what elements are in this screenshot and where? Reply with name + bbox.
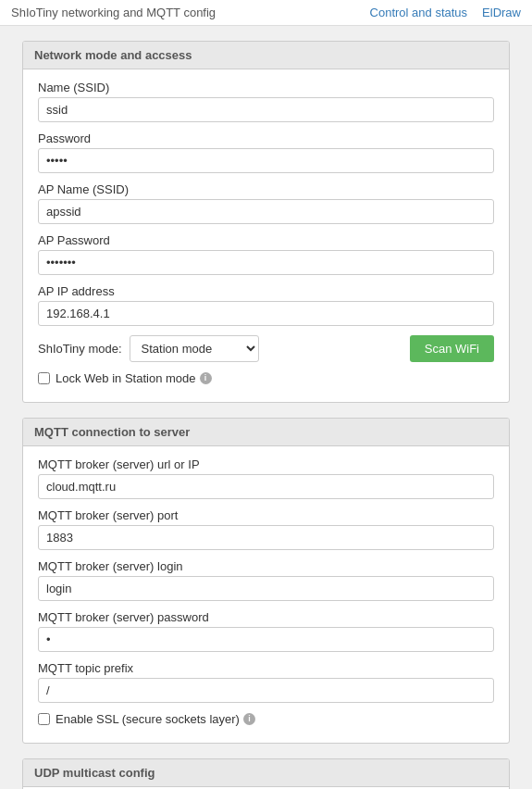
topic-prefix-label: MQTT topic prefix: [38, 661, 494, 675]
broker-port-input[interactable]: [38, 525, 494, 550]
ssl-info-icon[interactable]: i: [243, 713, 255, 725]
app-title: ShIoTiny networking and MQTT config: [11, 6, 216, 19]
udp-section: UDP multicast config UDP multicast group…: [22, 758, 510, 789]
scan-wifi-button[interactable]: Scan WiFi: [410, 335, 494, 362]
network-section-header: Network mode and accsess: [23, 42, 509, 69]
name-ssid-input[interactable]: [38, 97, 494, 122]
ssl-checkbox[interactable]: [38, 713, 50, 725]
lock-web-row: Lock Web in Station mode i: [38, 371, 494, 385]
lock-web-label: Lock Web in Station mode: [56, 371, 196, 385]
lock-web-checkbox[interactable]: [38, 372, 50, 384]
ap-name-input[interactable]: [38, 199, 494, 224]
udp-section-header: UDP multicast config: [23, 759, 509, 787]
broker-password-label: MQTT broker (server) password: [38, 610, 494, 624]
control-status-link[interactable]: Control and status: [370, 6, 468, 19]
ap-ip-input[interactable]: [38, 301, 494, 326]
broker-login-label: MQTT broker (server) login: [38, 559, 494, 573]
top-bar: ShIoTiny networking and MQTT config Cont…: [0, 0, 532, 26]
mode-row: ShIoTiny mode: Station mode AP mode AP+S…: [38, 335, 494, 362]
ap-name-row: AP Name (SSID): [38, 182, 494, 224]
network-section: Network mode and accsess Name (SSID) Pas…: [22, 41, 510, 403]
topic-prefix-row: MQTT topic prefix: [38, 661, 494, 703]
broker-url-input[interactable]: [38, 474, 494, 499]
eldraw-link[interactable]: ElDraw: [482, 6, 521, 19]
mode-select[interactable]: Station mode AP mode AP+Station mode: [130, 335, 259, 362]
main-content: Network mode and accsess Name (SSID) Pas…: [0, 26, 532, 789]
lock-web-info-icon[interactable]: i: [200, 372, 212, 384]
password-row: Password: [38, 132, 494, 173]
broker-url-label: MQTT broker (server) url or IP: [38, 457, 494, 471]
mqtt-section-body: MQTT broker (server) url or IP MQTT brok…: [23, 446, 509, 743]
ap-name-label: AP Name (SSID): [38, 182, 494, 196]
topic-prefix-input[interactable]: [38, 678, 494, 703]
broker-password-input[interactable]: [38, 627, 494, 652]
broker-login-input[interactable]: [38, 576, 494, 601]
top-bar-links: Control and status ElDraw: [370, 6, 521, 19]
broker-login-row: MQTT broker (server) login: [38, 559, 494, 601]
password-label: Password: [38, 132, 494, 145]
password-input[interactable]: [38, 148, 494, 173]
ap-password-input[interactable]: [38, 250, 494, 275]
mode-label: ShIoTiny mode:: [38, 342, 122, 356]
ap-ip-label: AP IP address: [38, 284, 494, 298]
name-ssid-label: Name (SSID): [38, 81, 494, 94]
ap-password-label: AP Password: [38, 233, 494, 247]
broker-url-row: MQTT broker (server) url or IP: [38, 457, 494, 499]
ssl-label: Enable SSL (secure sockets layer): [56, 712, 240, 726]
broker-password-row: MQTT broker (server) password: [38, 610, 494, 652]
ap-ip-row: AP IP address: [38, 284, 494, 326]
mqtt-section-header: MQTT connection to server: [23, 419, 509, 446]
broker-port-row: MQTT broker (server) port: [38, 508, 494, 550]
mqtt-section: MQTT connection to server MQTT broker (s…: [22, 418, 510, 744]
name-ssid-row: Name (SSID): [38, 81, 494, 122]
ssl-row: Enable SSL (secure sockets layer) i: [38, 712, 494, 726]
ap-password-row: AP Password: [38, 233, 494, 275]
network-section-body: Name (SSID) Password AP Name (SSID) AP P…: [23, 69, 509, 402]
broker-port-label: MQTT broker (server) port: [38, 508, 494, 522]
